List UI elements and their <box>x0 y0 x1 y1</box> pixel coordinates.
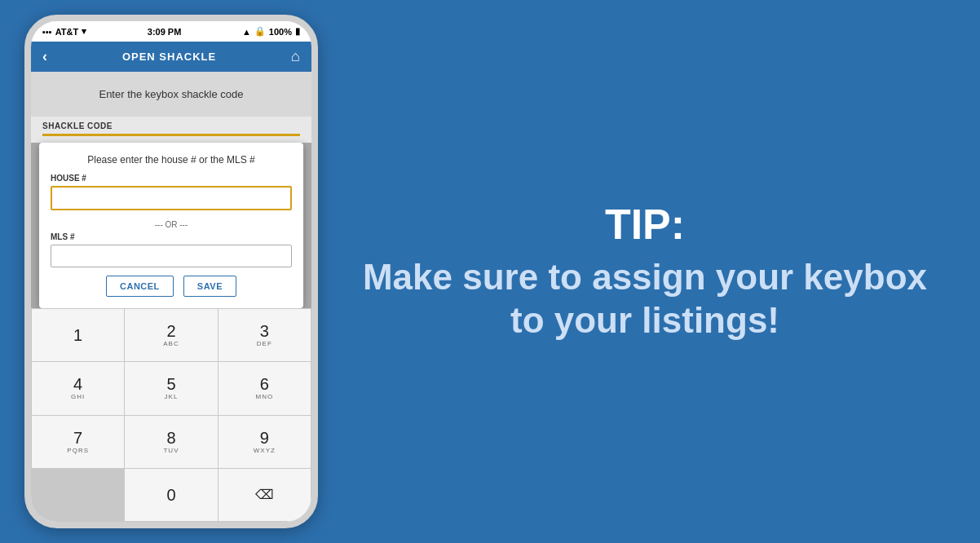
modal-title: Please enter the house # or the MLS # <box>51 154 292 166</box>
key-5[interactable]: 5 JKL <box>125 362 217 414</box>
signal-icon: ▪▪▪ <box>42 27 52 37</box>
tip-section: TIP: Make sure to assign your keybox to … <box>342 169 980 375</box>
tip-body: Make sure to assign your keybox to your … <box>359 256 931 342</box>
wifi-icon: ▾ <box>82 26 86 37</box>
key-delete[interactable]: ⌫ <box>219 469 311 521</box>
shackle-input-bar <box>42 134 300 136</box>
keypad: 1 2 ABC 3 DEF 4 GHI 5 JKL 6 MNO <box>31 308 311 522</box>
status-right: ▲ 🔒 100% ▮ <box>242 26 300 37</box>
location-icon: ▲ <box>242 27 251 37</box>
key-4[interactable]: 4 GHI <box>32 362 124 414</box>
phone-container: ▪▪▪ AT&T ▾ 3:09 PM ▲ 🔒 100% ▮ ‹ OPEN SHA… <box>0 0 342 543</box>
modal-overlay: Please enter the house # or the MLS # HO… <box>31 143 311 308</box>
shackle-label: SHACKLE CODE <box>42 121 300 130</box>
mls-number-input[interactable] <box>51 245 292 267</box>
status-bar: ▪▪▪ AT&T ▾ 3:09 PM ▲ 🔒 100% ▮ <box>31 21 311 42</box>
modal-buttons: CANCEL SAVE <box>51 276 292 297</box>
save-button[interactable]: SAVE <box>183 276 236 297</box>
or-divider: --- OR --- <box>51 220 292 229</box>
cancel-button[interactable]: CANCEL <box>106 276 174 297</box>
battery-label: 100% <box>269 27 292 37</box>
header-instruction: Enter the keybox shackle code <box>99 88 243 100</box>
house-field-label: HOUSE # <box>51 174 292 183</box>
lock-icon: 🔒 <box>254 26 266 37</box>
key-9[interactable]: 9 WXYZ <box>219 416 311 468</box>
modal-box: Please enter the house # or the MLS # HO… <box>39 143 303 308</box>
back-button[interactable]: ‹ <box>42 48 47 65</box>
home-button[interactable]: ⌂ <box>291 48 300 65</box>
phone-header-area: Enter the keybox shackle code <box>31 72 311 117</box>
key-8[interactable]: 8 TUV <box>125 416 217 468</box>
nav-bar: ‹ OPEN SHACKLE ⌂ <box>31 42 311 72</box>
carrier-label: AT&T <box>55 27 79 37</box>
key-1[interactable]: 1 <box>32 309 124 361</box>
phone-mockup: ▪▪▪ AT&T ▾ 3:09 PM ▲ 🔒 100% ▮ ‹ OPEN SHA… <box>24 15 318 528</box>
key-3[interactable]: 3 DEF <box>219 309 311 361</box>
key-0[interactable]: 0 <box>125 469 217 521</box>
key-empty <box>32 469 124 521</box>
house-number-input[interactable] <box>51 186 292 210</box>
key-7[interactable]: 7 PQRS <box>32 416 124 468</box>
key-2[interactable]: 2 ABC <box>125 309 217 361</box>
mls-field-label: MLS # <box>51 232 292 241</box>
tip-heading: TIP: <box>605 201 685 248</box>
status-left: ▪▪▪ AT&T ▾ <box>42 26 86 37</box>
battery-icon: ▮ <box>295 26 300 37</box>
time-label: 3:09 PM <box>148 27 182 37</box>
shackle-section: SHACKLE CODE <box>31 117 311 143</box>
nav-title: OPEN SHACKLE <box>122 51 216 63</box>
key-6[interactable]: 6 MNO <box>219 362 311 414</box>
